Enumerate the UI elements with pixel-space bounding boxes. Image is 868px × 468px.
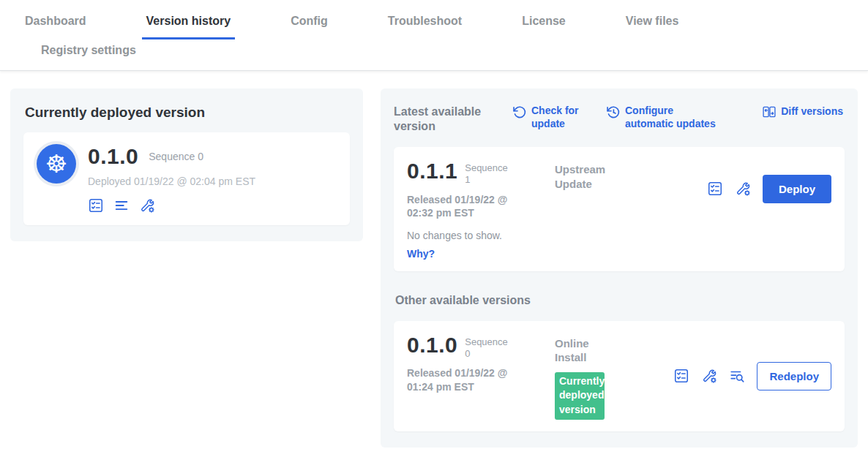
latest-version-actions: Deploy: [707, 175, 831, 203]
main-content: Currently deployed version ☸ 0.1.0 Seque…: [0, 71, 868, 465]
current-version-details: 0.1.0 Sequence 0 Deployed 01/19/22 @ 02:…: [88, 144, 255, 214]
tab-registry-settings[interactable]: Registry settings: [37, 41, 868, 60]
latest-available-title: Latest available version: [394, 105, 490, 134]
edit-config-wrench-gear-icon[interactable]: [139, 197, 155, 214]
no-changes-text: No changes to show.: [407, 230, 831, 241]
currently-deployed-badge: Currently deployed version: [555, 372, 605, 420]
auto-update-icon: [606, 105, 621, 119]
other-version-number: 0.1.0: [407, 333, 457, 358]
release-notes-icon[interactable]: [88, 197, 104, 214]
view-files-icon[interactable]: [113, 197, 130, 214]
tab-view-files[interactable]: View files: [621, 10, 684, 39]
other-version-card: 0.1.0 Sequence 0 Released 01/19/22 @ 01:…: [394, 321, 845, 431]
redeploy-button[interactable]: Redeploy: [757, 362, 831, 390]
currently-deployed-title: Currently deployed version: [25, 105, 350, 121]
latest-version-card: 0.1.1 Sequence 1 Released 01/19/22 @ 02:…: [394, 147, 845, 271]
refresh-icon: [512, 105, 527, 119]
current-version-sequence: Sequence 0: [149, 151, 203, 162]
other-version-sequence: Sequence 0: [465, 336, 509, 361]
available-versions-panel: Latest available version Check for updat…: [381, 88, 858, 448]
other-version-actions: Redeploy: [673, 362, 831, 390]
tab-dashboard[interactable]: Dashboard: [20, 10, 91, 39]
diff-versions-icon: [762, 105, 777, 119]
other-released-timestamp: Released 01/19/22 @ 01:24 pm EST: [407, 366, 518, 393]
latest-version-number: 0.1.1: [407, 159, 457, 184]
latest-version-source: Upstream Update: [555, 162, 615, 219]
nav-tab-row-secondary: Registry settings: [0, 39, 868, 70]
other-version-source: Online Install: [555, 336, 615, 365]
latest-version-sequence: Sequence 1: [465, 162, 509, 186]
current-version-number: 0.1.0: [88, 144, 138, 169]
other-version-info: 0.1.0 Sequence 0 Released 01/19/22 @ 01:…: [407, 333, 546, 420]
tab-license[interactable]: License: [517, 10, 570, 39]
diff-versions-link[interactable]: Diff versions: [762, 105, 843, 119]
tab-version-history[interactable]: Version history: [142, 10, 236, 39]
view-diff-icon[interactable]: [729, 368, 745, 384]
check-for-update-link[interactable]: Check for update: [512, 105, 584, 130]
currently-deployed-panel: Currently deployed version ☸ 0.1.0 Seque…: [10, 88, 363, 241]
other-version-source-block: Online Install Currently deployed versio…: [555, 333, 639, 420]
latest-released-timestamp: Released 01/19/22 @ 02:32 pm EST: [407, 193, 518, 219]
tab-troubleshoot[interactable]: Troubleshoot: [384, 10, 466, 39]
top-navigation: Dashboard Version history Config Trouble…: [0, 0, 868, 71]
tab-config[interactable]: Config: [286, 10, 332, 39]
deploy-button[interactable]: Deploy: [763, 175, 831, 203]
current-version-card: ☸ 0.1.0 Sequence 0 Deployed 01/19/22 @ 0…: [23, 132, 350, 225]
why-link[interactable]: Why?: [407, 248, 831, 260]
current-deployed-timestamp: Deployed 01/19/22 @ 02:04 pm EST: [88, 176, 255, 187]
edit-config-wrench-gear-icon[interactable]: [701, 368, 717, 384]
latest-available-header: Latest available version Check for updat…: [394, 105, 845, 134]
edit-config-wrench-gear-icon[interactable]: [735, 181, 751, 197]
release-notes-icon[interactable]: [707, 181, 723, 197]
other-available-versions-title: Other available versions: [395, 293, 845, 308]
latest-version-info: 0.1.1 Sequence 1 Released 01/19/22 @ 02:…: [407, 159, 546, 219]
kubernetes-logo-icon: ☸: [37, 144, 76, 184]
configure-automatic-updates-link[interactable]: Configure automatic updates: [606, 105, 720, 130]
nav-tab-row-primary: Dashboard Version history Config Trouble…: [0, 0, 868, 39]
release-notes-icon[interactable]: [673, 368, 689, 384]
